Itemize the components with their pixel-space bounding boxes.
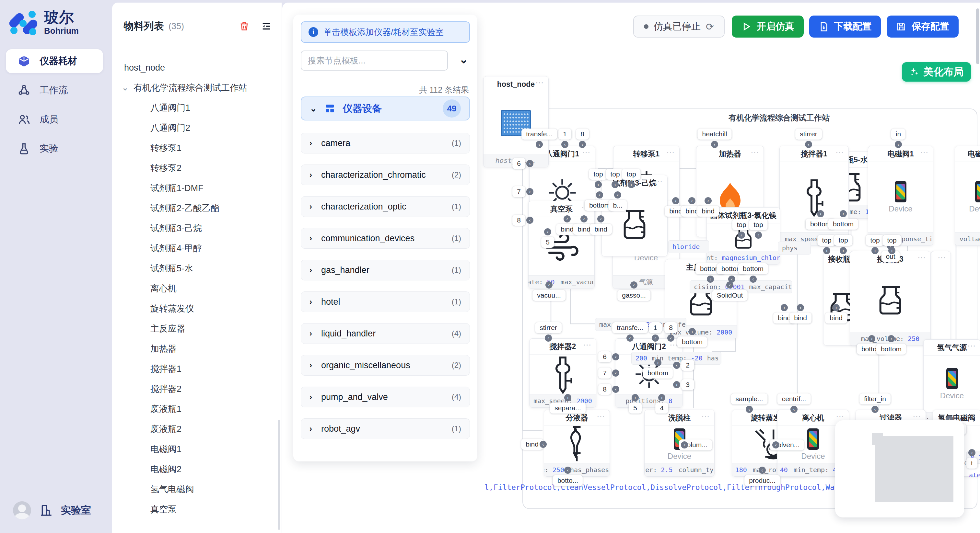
delete-all-icon[interactable] xyxy=(239,21,250,32)
tree-item[interactable]: 试剂瓶1-DMF xyxy=(112,178,277,198)
port-dot[interactable]: ‹ xyxy=(546,281,552,289)
port-chip[interactable]: top xyxy=(883,235,901,246)
tree-item[interactable]: 旋转蒸发仪 xyxy=(112,298,277,319)
port-dot[interactable]: ‹ xyxy=(759,466,766,474)
tree-item[interactable]: 离心机 xyxy=(112,279,277,298)
template-item-camera[interactable]: ›camera(1) xyxy=(301,133,470,154)
node-card[interactable]: 真空泵⋯pump_rate: 50max_vacuum: 0.1 xyxy=(528,201,595,289)
category-equipment[interactable]: ⌄ 仪器设备 49 xyxy=(301,97,470,121)
port-dot[interactable]: ‹ xyxy=(564,466,571,474)
port-dot[interactable]: ‹ xyxy=(888,335,895,342)
port-chip[interactable]: 1 xyxy=(558,128,571,140)
port-chip[interactable]: 8 xyxy=(576,128,589,140)
tree-item[interactable]: 八通阀门1 xyxy=(112,98,277,118)
port-chip[interactable]: 8 xyxy=(598,384,611,395)
node-menu-icon[interactable]: ⋯ xyxy=(835,148,845,157)
port-chip[interactable]: transfe... xyxy=(612,322,648,333)
port-chip[interactable]: top xyxy=(817,235,836,246)
tree-item[interactable]: 真空泵 xyxy=(112,499,277,519)
port-dot[interactable]: ‹ xyxy=(612,353,619,360)
port-dot[interactable]: ‹ xyxy=(597,215,605,222)
port-chip[interactable]: gasso... xyxy=(617,290,651,301)
port-chip[interactable]: 7 xyxy=(598,368,611,379)
node-menu-icon[interactable]: ⋯ xyxy=(920,148,929,157)
port-dot[interactable]: ‹ xyxy=(872,247,878,254)
tree-item[interactable]: 转移泵1 xyxy=(112,138,277,158)
node-card[interactable]: 搅拌器2⋯max_speed: 2000 xyxy=(529,338,596,408)
port-dot[interactable]: ‹ xyxy=(797,304,804,311)
port-dot[interactable]: ‹ xyxy=(652,335,659,342)
tree-item[interactable]: 废液瓶2 xyxy=(112,419,277,439)
port-chip[interactable]: top xyxy=(865,235,884,246)
node-menu-icon[interactable]: ⋯ xyxy=(666,148,675,157)
port-chip[interactable]: SolidOut xyxy=(712,290,748,301)
port-dot[interactable]: ‹ xyxy=(707,276,714,283)
port-chip[interactable]: bottom xyxy=(677,336,707,347)
port-dot[interactable]: ‹ xyxy=(840,247,847,254)
node-menu-icon[interactable]: ⋯ xyxy=(918,252,926,263)
minimap[interactable] xyxy=(835,420,964,517)
panel-collapse-icon[interactable]: ⌄ xyxy=(459,53,469,66)
template-item-hotel[interactable]: ›hotel(1) xyxy=(301,292,470,312)
port-dot[interactable]: ‹ xyxy=(667,335,675,342)
node-card[interactable]: 接收瓶3⋯max_volume: 250 xyxy=(850,251,931,346)
port-dot[interactable]: ‹ xyxy=(791,406,797,413)
port-dot[interactable]: ‹ xyxy=(888,247,896,254)
port-dot[interactable]: ‹ xyxy=(628,181,635,188)
lab-link[interactable]: 实验室 xyxy=(61,503,91,517)
node-card[interactable]: ⋯ xyxy=(931,251,951,346)
page-scrollbar[interactable] xyxy=(976,8,979,64)
port-dot[interactable]: ‹ xyxy=(564,394,571,401)
port-chip[interactable]: botto... xyxy=(553,475,583,486)
tree-item[interactable]: 废液瓶1 xyxy=(112,399,277,419)
port-dot[interactable]: ‹ xyxy=(536,141,543,148)
refresh-icon[interactable]: ⟳ xyxy=(706,21,714,32)
port-chip[interactable]: top xyxy=(589,169,607,180)
tree-item[interactable]: 试剂瓶2-乙酸乙酯 xyxy=(112,198,277,218)
port-chip[interactable]: b... xyxy=(608,200,627,211)
save-config-button[interactable]: 保存配置 xyxy=(887,16,959,38)
port-chip[interactable]: stirrer xyxy=(535,322,562,333)
port-chip[interactable]: bind xyxy=(825,313,847,324)
port-dot[interactable]: ‹ xyxy=(872,406,878,413)
port-dot[interactable]: ‹ xyxy=(832,304,840,311)
node-card[interactable]: 电磁阀1⋯Devicevoltage: 12response_time: 0.1 xyxy=(868,146,933,246)
sidebar-item-cube[interactable]: 仪器耗材 xyxy=(6,49,103,73)
beautify-layout-button[interactable]: 美化布局 xyxy=(902,62,971,82)
template-item-characterization_optic[interactable]: ›characterization_optic(1) xyxy=(301,196,470,217)
node-menu-icon[interactable]: ⋯ xyxy=(597,411,606,421)
port-dot[interactable]: ‹ xyxy=(627,335,633,342)
port-dot[interactable]: ‹ xyxy=(595,181,602,188)
port-dot[interactable]: ‹ xyxy=(673,362,680,369)
tree-item[interactable]: 试剂瓶4-甲醇 xyxy=(112,238,277,259)
template-item-organic_miscellaneous[interactable]: ›organic_miscellaneous(2) xyxy=(301,355,470,376)
port-chip[interactable]: stirrer xyxy=(795,128,822,140)
port-dot[interactable]: ‹ xyxy=(673,381,680,388)
port-chip[interactable]: top xyxy=(732,219,751,230)
port-dot[interactable]: ‹ xyxy=(658,394,665,401)
port-chip[interactable]: bind xyxy=(697,206,719,217)
collapse-tree-icon[interactable] xyxy=(261,21,272,32)
port-dot[interactable]: ‹ xyxy=(563,215,571,222)
port-chip[interactable]: centrif... xyxy=(778,393,811,405)
port-chip[interactable]: 5 xyxy=(629,403,642,414)
port-dot[interactable]: ‹ xyxy=(672,197,679,204)
port-dot[interactable]: ‹ xyxy=(544,228,551,235)
port-dot[interactable]: ‹ xyxy=(596,191,603,198)
template-item-liquid_handler[interactable]: ›liquid_handler(4) xyxy=(301,323,470,344)
port-dot[interactable]: ‹ xyxy=(711,141,718,148)
port-chip[interactable]: 6 xyxy=(512,158,525,169)
start-simulation-button[interactable]: 开启仿真 xyxy=(732,16,804,38)
sidebar-item-members[interactable]: 成员 xyxy=(6,108,103,132)
download-config-button[interactable]: 下载配置 xyxy=(809,16,881,38)
port-dot[interactable]: ‹ xyxy=(545,335,552,342)
node-menu-icon[interactable]: ⋯ xyxy=(913,411,922,421)
tree-item[interactable]: 主反应器 xyxy=(112,319,277,339)
port-dot[interactable]: ‹ xyxy=(749,276,757,283)
node-menu-icon[interactable]: ⋯ xyxy=(751,148,760,157)
port-chip[interactable]: top xyxy=(622,169,640,180)
node-menu-icon[interactable]: ⋯ xyxy=(836,411,845,421)
port-chip[interactable]: bind xyxy=(789,313,811,324)
port-dot[interactable]: ‹ xyxy=(526,217,533,224)
tree-item[interactable]: 搅拌器2 xyxy=(112,379,277,399)
